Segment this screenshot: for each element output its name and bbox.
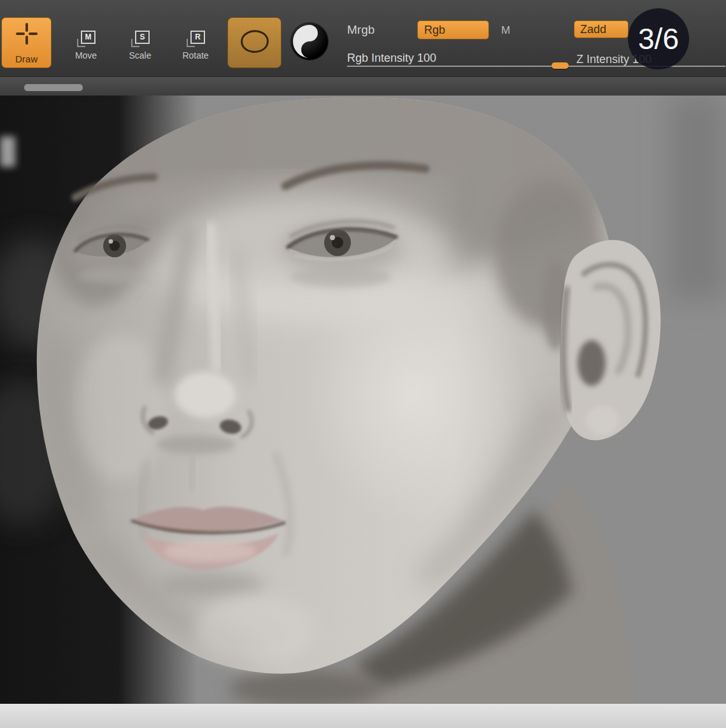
stroke-picker-button[interactable] xyxy=(227,17,281,68)
head-model-render xyxy=(0,96,726,704)
alpha-sphere-icon xyxy=(291,51,328,62)
move-tool-button[interactable]: M Move xyxy=(62,31,110,61)
secondary-toolbar xyxy=(0,76,726,96)
draw-tool-label: Draw xyxy=(15,54,38,64)
alpha-picker-button[interactable] xyxy=(291,23,328,60)
rgb-button[interactable]: Rgb xyxy=(417,20,489,39)
move-icon-badge: M xyxy=(81,31,96,44)
move-icon: M xyxy=(76,31,96,47)
mini-slider-handle[interactable] xyxy=(24,84,83,91)
rotate-icon-badge: R xyxy=(190,31,205,44)
stroke-lasso-icon xyxy=(238,27,271,58)
rgb-intensity-slider-handle[interactable] xyxy=(552,62,569,69)
rotate-tool-label: Rotate xyxy=(182,50,208,61)
draw-tool-button[interactable]: Draw xyxy=(1,17,52,68)
scale-tool-button[interactable]: S Scale xyxy=(117,31,164,61)
rgb-intensity-slider-label: Rgb Intensity 100 xyxy=(347,52,436,65)
mrgb-button[interactable]: Mrgb xyxy=(347,23,374,37)
move-tool-label: Move xyxy=(75,50,97,61)
bottom-strip xyxy=(0,704,726,728)
m-button[interactable]: M xyxy=(501,24,510,37)
scale-tool-label: Scale xyxy=(129,50,151,61)
rotate-tool-button[interactable]: R Rotate xyxy=(172,31,219,61)
sculpt-viewport[interactable] xyxy=(0,96,726,704)
zbrush-window: Draw M Move S Scale R Rotate xyxy=(0,0,726,728)
scale-icon-badge: S xyxy=(135,31,150,44)
scale-icon: S xyxy=(131,31,150,47)
zadd-button[interactable]: Zadd xyxy=(574,20,629,38)
rotate-icon: R xyxy=(186,31,205,47)
top-toolbar: Draw M Move S Scale R Rotate xyxy=(0,0,726,76)
carousel-page-indicator: 3/6 xyxy=(628,8,689,69)
draw-crosshair-icon xyxy=(16,23,38,47)
